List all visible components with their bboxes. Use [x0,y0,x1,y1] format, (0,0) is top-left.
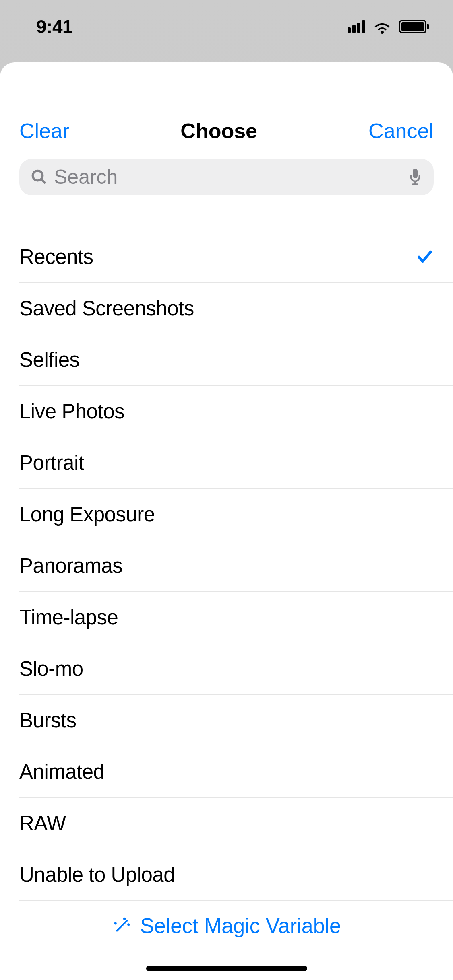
list-item-label: Panoramas [19,554,122,578]
list-item[interactable]: Recents [19,231,453,283]
list-item-label: Long Exposure [19,502,155,526]
list-item-label: Saved Screenshots [19,296,194,320]
list-item[interactable]: Portrait [19,437,453,489]
list-item[interactable]: Bursts [19,695,453,746]
navigation-bar: Clear Choose Cancel [0,119,453,143]
svg-point-0 [33,171,43,181]
list-item-label: Live Photos [19,399,124,423]
album-list: RecentsSaved ScreenshotsSelfiesLive Phot… [0,231,453,901]
list-item[interactable]: Live Photos [19,386,453,437]
list-item[interactable]: Panoramas [19,540,453,592]
list-item-label: Animated [19,760,104,784]
list-item[interactable]: Saved Screenshots [19,283,453,334]
list-item[interactable]: Unable to Upload [19,849,453,901]
list-item-label: Bursts [19,708,77,732]
search-input[interactable] [54,165,408,189]
cellular-signal-icon [348,20,365,33]
list-item-label: Recents [19,245,93,269]
magic-variable-label: Select Magic Variable [140,914,341,938]
status-bar: 9:41 [0,0,453,53]
list-item-label: Unable to Upload [19,863,175,887]
list-item[interactable]: RAW [19,798,453,849]
list-item[interactable]: Selfies [19,334,453,386]
home-indicator[interactable] [146,966,307,971]
select-magic-variable-button[interactable]: Select Magic Variable [0,901,453,938]
battery-icon [399,20,429,33]
list-item-label: Time-lapse [19,605,118,629]
status-indicators [348,19,429,34]
microphone-icon[interactable] [408,167,422,187]
checkmark-icon [416,248,434,266]
list-item[interactable]: Time-lapse [19,592,453,643]
svg-line-1 [41,179,46,183]
svg-rect-2 [413,169,418,178]
modal-sheet: Clear Choose Cancel RecentsSaved Screens… [0,62,453,980]
list-item[interactable]: Long Exposure [19,489,453,540]
search-icon [31,169,48,185]
cancel-button[interactable]: Cancel [368,119,434,143]
list-item[interactable]: Slo-mo [19,643,453,695]
wifi-icon [372,19,392,34]
list-item[interactable]: Animated [19,746,453,798]
page-title: Choose [180,119,257,143]
list-item-label: Slo-mo [19,657,83,681]
list-item-label: Selfies [19,348,80,372]
list-item-label: Portrait [19,451,84,475]
search-field[interactable] [19,159,434,195]
magic-wand-icon [112,916,132,936]
list-item-label: RAW [19,811,66,835]
status-time: 9:41 [36,16,72,37]
clear-button[interactable]: Clear [19,119,69,143]
